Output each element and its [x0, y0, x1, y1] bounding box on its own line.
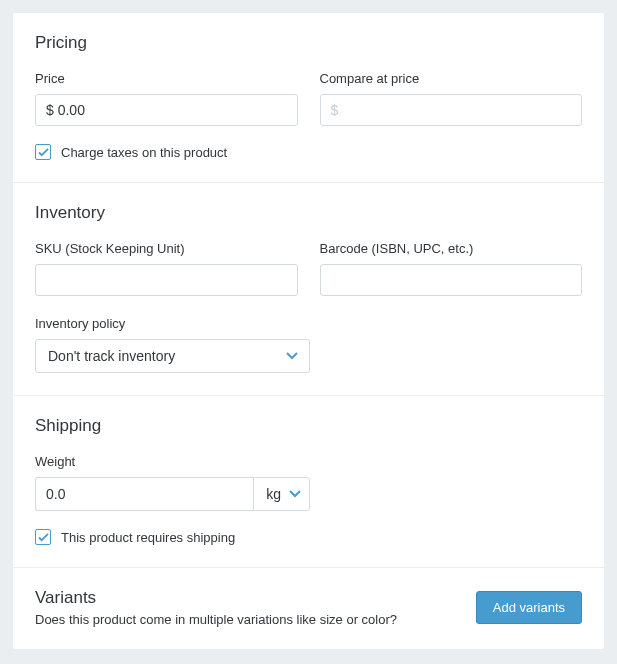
variants-title: Variants — [35, 588, 397, 608]
compare-price-input[interactable] — [320, 94, 583, 126]
price-input[interactable] — [35, 94, 298, 126]
price-label: Price — [35, 71, 298, 86]
chevron-down-icon — [289, 490, 301, 498]
weight-input-group: kg — [35, 477, 310, 511]
variants-section: Variants Does this product come in multi… — [13, 568, 604, 649]
pricing-title: Pricing — [35, 33, 582, 53]
shipping-checkbox-row: This product requires shipping — [35, 529, 582, 545]
weight-label: Weight — [35, 454, 582, 469]
inventory-title: Inventory — [35, 203, 582, 223]
inventory-policy-label: Inventory policy — [35, 316, 297, 331]
weight-field: Weight kg — [35, 454, 582, 511]
tax-checkbox-label: Charge taxes on this product — [61, 145, 227, 160]
inventory-section: Inventory SKU (Stock Keeping Unit) Barco… — [13, 183, 604, 396]
compare-price-label: Compare at price — [320, 71, 583, 86]
add-variants-button[interactable]: Add variants — [476, 591, 582, 624]
barcode-field: Barcode (ISBN, UPC, etc.) — [320, 241, 583, 296]
variants-description: Does this product come in multiple varia… — [35, 612, 397, 627]
weight-unit-select[interactable]: kg — [253, 477, 310, 511]
sku-input[interactable] — [35, 264, 298, 296]
sku-field: SKU (Stock Keeping Unit) — [35, 241, 298, 296]
shipping-section: Shipping Weight kg This product requires… — [13, 396, 604, 568]
tax-checkbox[interactable] — [35, 144, 51, 160]
shipping-title: Shipping — [35, 416, 582, 436]
inventory-row: SKU (Stock Keeping Unit) Barcode (ISBN, … — [35, 241, 582, 296]
tax-checkbox-row: Charge taxes on this product — [35, 144, 582, 160]
inventory-policy-select[interactable]: Don't track inventory — [35, 339, 310, 373]
barcode-input[interactable] — [320, 264, 583, 296]
inventory-policy-field: Inventory policy Don't track inventory — [35, 316, 297, 373]
pricing-row: Price Compare at price — [35, 71, 582, 126]
variants-text: Variants Does this product come in multi… — [35, 588, 397, 627]
product-form-card: Pricing Price Compare at price Charge ta… — [12, 12, 605, 650]
price-field: Price — [35, 71, 298, 126]
weight-unit-value: kg — [266, 486, 281, 502]
barcode-label: Barcode (ISBN, UPC, etc.) — [320, 241, 583, 256]
chevron-down-icon — [275, 352, 309, 360]
check-icon — [38, 148, 49, 157]
requires-shipping-checkbox[interactable] — [35, 529, 51, 545]
requires-shipping-label: This product requires shipping — [61, 530, 235, 545]
check-icon — [38, 533, 49, 542]
pricing-section: Pricing Price Compare at price Charge ta… — [13, 13, 604, 183]
sku-label: SKU (Stock Keeping Unit) — [35, 241, 298, 256]
weight-input[interactable] — [35, 477, 253, 511]
compare-price-field: Compare at price — [320, 71, 583, 126]
inventory-policy-value: Don't track inventory — [36, 348, 275, 364]
